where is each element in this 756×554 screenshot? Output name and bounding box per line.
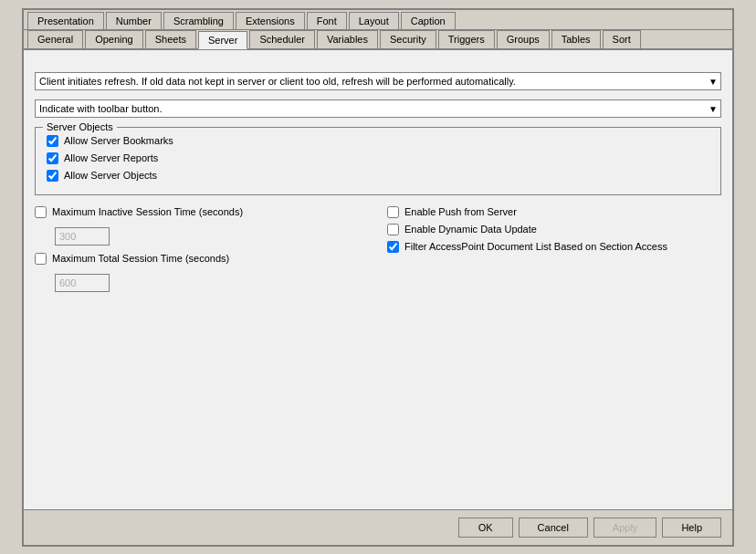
tab-sheets[interactable]: Sheets <box>145 30 196 48</box>
session-right-checkbox[interactable] <box>387 224 399 235</box>
session-right-checkbox[interactable] <box>387 241 399 253</box>
session-value-input[interactable] <box>55 274 110 292</box>
client-refresh-group: Indicate with toolbar button. ▼ <box>35 99 721 118</box>
server-objects-checkbox-row: Allow Server Reports <box>47 152 709 164</box>
session-value-input[interactable] <box>55 227 110 246</box>
session-right-checkbox-row: Filter AccessPoint Document List Based o… <box>387 241 721 253</box>
session-checkbox-row: Maximum Total Session Time (seconds) <box>35 253 369 265</box>
session-item: Maximum Total Session Time (seconds) <box>35 253 369 292</box>
tab-row-1: PresentationNumberScramblingExtensionsFo… <box>24 10 732 30</box>
main-window: PresentationNumberScramblingExtensionsFo… <box>22 8 734 547</box>
server-objects-checks: Allow Server BookmarksAllow Server Repor… <box>47 135 709 182</box>
tab-groups[interactable]: Groups <box>497 30 550 48</box>
tab-font[interactable]: Font <box>307 12 347 29</box>
server-objects-legend: Server Objects <box>43 121 117 132</box>
tab-layout[interactable]: Layout <box>349 12 399 29</box>
server-objects-checkbox-row: Allow Server Objects <box>47 170 709 182</box>
tab-caption[interactable]: Caption <box>401 12 456 29</box>
client-refresh-dropdown[interactable]: Indicate with toolbar button. <box>35 99 721 118</box>
session-right-label: Filter AccessPoint Document List Based o… <box>404 241 667 252</box>
session-columns: Maximum Inactive Session Time (seconds)M… <box>35 206 721 299</box>
session-right-checkbox-row: Enable Dynamic Data Update <box>387 224 721 235</box>
session-label: Maximum Inactive Session Time (seconds) <box>52 206 243 217</box>
server-objects-checkbox-row: Allow Server Bookmarks <box>47 135 709 147</box>
cancel-button[interactable]: Cancel <box>519 517 588 538</box>
server-objects-checkbox-label: Allow Server Reports <box>64 152 158 163</box>
content-area: Client initiates refresh. If old data no… <box>24 50 732 509</box>
tab-variables[interactable]: Variables <box>317 30 378 48</box>
tab-sort[interactable]: Sort <box>603 30 641 48</box>
session-left-col: Maximum Inactive Session Time (seconds)M… <box>35 206 369 299</box>
session-checkbox[interactable] <box>35 253 47 265</box>
tab-row-2: GeneralOpeningSheetsServerSchedulerVaria… <box>24 30 732 50</box>
help-button[interactable]: Help <box>662 517 721 538</box>
tab-scheduler[interactable]: Scheduler <box>249 30 315 48</box>
server-objects-group: Server Objects Allow Server BookmarksAll… <box>35 127 721 195</box>
tab-tables[interactable]: Tables <box>551 30 601 48</box>
refresh-mode-group: Client initiates refresh. If old data no… <box>35 72 721 90</box>
tab-scrambling[interactable]: Scrambling <box>163 12 234 29</box>
tab-presentation[interactable]: Presentation <box>27 12 104 29</box>
ok-button[interactable]: OK <box>458 517 513 538</box>
session-checkbox[interactable] <box>35 206 47 218</box>
tab-number[interactable]: Number <box>106 12 162 29</box>
session-label: Maximum Total Session Time (seconds) <box>52 253 229 264</box>
session-right-checkbox-row: Enable Push from Server <box>387 206 721 218</box>
server-objects-checkbox[interactable] <box>47 152 58 164</box>
tab-security[interactable]: Security <box>380 30 436 48</box>
footer: OK Cancel Apply Help <box>24 509 732 545</box>
refresh-mode-dropdown[interactable]: Client initiates refresh. If old data no… <box>35 72 721 90</box>
refresh-mode-dropdown-wrapper: Client initiates refresh. If old data no… <box>35 72 721 90</box>
tab-general[interactable]: General <box>27 30 83 48</box>
server-objects-checkbox-label: Allow Server Bookmarks <box>64 135 173 146</box>
tab-extensions[interactable]: Extensions <box>236 12 305 29</box>
session-right-label: Enable Dynamic Data Update <box>404 224 537 235</box>
apply-button[interactable]: Apply <box>593 517 657 538</box>
session-right-col: Enable Push from ServerEnable Dynamic Da… <box>387 206 721 299</box>
tab-opening[interactable]: Opening <box>85 30 143 48</box>
session-right-label: Enable Push from Server <box>404 206 517 217</box>
server-objects-checkbox[interactable] <box>47 135 58 147</box>
tab-triggers[interactable]: Triggers <box>438 30 495 48</box>
client-refresh-dropdown-wrapper: Indicate with toolbar button. ▼ <box>35 99 721 118</box>
server-objects-checkbox-label: Allow Server Objects <box>64 170 157 181</box>
session-right-checkbox[interactable] <box>387 206 399 218</box>
session-checkbox-row: Maximum Inactive Session Time (seconds) <box>35 206 369 218</box>
session-item: Maximum Inactive Session Time (seconds) <box>35 206 369 246</box>
tab-server[interactable]: Server <box>198 31 247 49</box>
server-objects-checkbox[interactable] <box>47 170 58 182</box>
